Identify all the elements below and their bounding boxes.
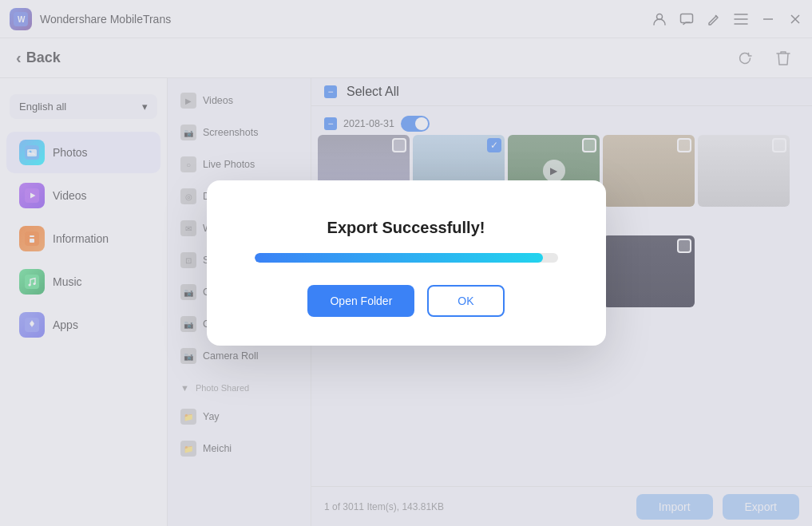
modal-buttons: Open Folder OK [307, 285, 504, 317]
modal-title: Export Successfully! [327, 219, 485, 237]
progress-bar-fill [255, 253, 543, 263]
modal-dialog: Export Successfully! Open Folder OK [207, 180, 606, 346]
ok-button[interactable]: OK [427, 285, 504, 317]
modal-overlay: Export Successfully! Open Folder OK [0, 0, 812, 526]
progress-bar-container [255, 253, 558, 263]
open-folder-button[interactable]: Open Folder [307, 285, 414, 317]
